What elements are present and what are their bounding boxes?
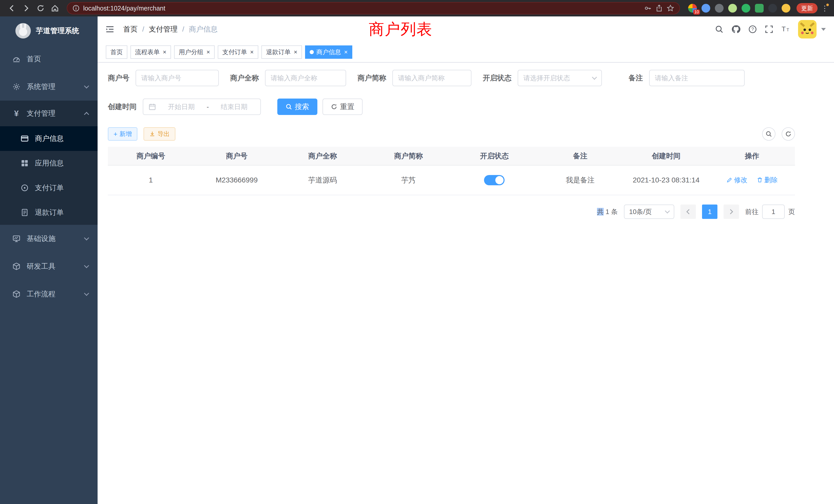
tab-process-form[interactable]: 流程表单 ×	[130, 45, 171, 59]
calendar-icon	[148, 103, 156, 111]
short-name-input[interactable]	[392, 70, 471, 86]
sidebar-group-payment: ¥ 支付管理 商户信息 应用信息	[0, 100, 97, 225]
bookmark-star-icon[interactable]	[666, 4, 674, 12]
page-size-select[interactable]: 10条/页	[624, 205, 674, 219]
column-header: 创建时间	[623, 147, 709, 165]
chevron-right-icon	[728, 209, 733, 214]
avatar-caret-icon[interactable]	[821, 28, 826, 31]
refresh-icon[interactable]	[34, 2, 47, 15]
date-range-picker[interactable]: 开始日期 - 结束日期	[143, 98, 261, 115]
sidebar-item-refund-orders[interactable]: 退款订单	[0, 200, 97, 225]
browser-menu-icon[interactable]: ⋮	[821, 4, 829, 13]
grid-icon	[19, 159, 31, 167]
github-icon[interactable]	[731, 25, 741, 34]
tab-user-group[interactable]: 用户分组 ×	[174, 45, 215, 59]
status-select[interactable]: 请选择开启状态	[518, 70, 602, 86]
tab-refund-orders[interactable]: 退款订单 ×	[261, 45, 302, 59]
sidebar-toggle-icon[interactable]	[105, 24, 115, 35]
status-toggle[interactable]	[484, 175, 505, 185]
sidebar-item-app-info[interactable]: 应用信息	[0, 151, 97, 176]
share-icon[interactable]	[655, 4, 663, 12]
font-size-icon[interactable]: TT	[781, 25, 790, 34]
sidebar-item-home[interactable]: 首页	[0, 45, 97, 73]
reset-button[interactable]: 重置	[323, 98, 363, 115]
cell-create-time: 2021-10-23 08:31:14	[623, 165, 709, 195]
add-button[interactable]: + 新增	[108, 127, 137, 141]
search-button[interactable]: 搜索	[277, 98, 317, 115]
extension-icon[interactable]	[702, 4, 710, 13]
back-icon[interactable]	[5, 2, 19, 15]
app-logo[interactable]: 芋道管理系统	[0, 17, 97, 45]
bank-card-icon	[19, 135, 31, 143]
breadcrumb-home[interactable]: 首页	[123, 24, 138, 34]
filter-create-time: 创建时间 开始日期 - 结束日期	[108, 98, 261, 115]
sidebar-item-dev-tools[interactable]: 研发工具	[0, 253, 97, 280]
column-header: 商户全称	[280, 147, 366, 165]
goto-page-input[interactable]	[762, 205, 785, 219]
close-icon[interactable]: ×	[250, 49, 254, 55]
extension-icon[interactable]	[728, 4, 737, 13]
user-avatar[interactable]	[798, 20, 816, 39]
page-size-value: 10条/页	[629, 207, 652, 216]
column-header: 商户编号	[108, 147, 194, 165]
breadcrumb-payment[interactable]: 支付管理	[149, 24, 178, 34]
home-icon[interactable]	[48, 2, 62, 15]
tags-view: 首页 流程表单 × 用户分组 × 支付订单 × 退款订单 ×	[97, 42, 834, 63]
url-bar[interactable]: localhost:1024/pay/merchant	[67, 2, 680, 14]
sidebar-item-pay-orders[interactable]: 支付订单	[0, 176, 97, 200]
close-icon[interactable]: ×	[163, 49, 167, 55]
search-icon	[765, 131, 772, 137]
sidebar-item-workflow[interactable]: 工作流程	[0, 280, 97, 308]
refresh-table-button[interactable]	[782, 127, 795, 141]
delete-link[interactable]: 删除	[757, 176, 778, 184]
total-count: 1	[606, 208, 609, 215]
sidebar-item-merchant-info[interactable]: 商户信息	[0, 126, 97, 151]
sidebar-item-label: 应用信息	[35, 158, 64, 168]
sidebar-item-label: 基础设施	[27, 234, 56, 244]
edit-link[interactable]: 修改	[726, 176, 747, 184]
prev-page-button[interactable]	[680, 205, 696, 219]
site-info-icon[interactable]	[72, 5, 80, 12]
chevron-down-icon	[84, 263, 89, 268]
tab-merchant-info[interactable]: 商户信息 ×	[305, 45, 352, 59]
range-separator: -	[207, 103, 209, 111]
sidebar-item-system[interactable]: 系统管理	[0, 73, 97, 100]
cell-remark: 我是备注	[537, 165, 623, 195]
filter-merchant-name: 商户全称	[230, 70, 346, 86]
field-label: 商户简称	[357, 73, 386, 83]
password-key-icon[interactable]	[644, 4, 652, 12]
cell-actions: 修改 删除	[709, 165, 795, 195]
filter-short-name: 商户简称	[357, 70, 471, 86]
close-icon[interactable]: ×	[206, 49, 210, 55]
search-icon[interactable]	[715, 25, 724, 33]
document-icon	[19, 208, 31, 216]
close-icon[interactable]: ×	[344, 49, 348, 55]
breadcrumb-current: 商户信息	[189, 24, 218, 34]
url-text[interactable]: localhost:1024/pay/merchant	[83, 5, 640, 12]
next-page-button[interactable]	[724, 205, 739, 219]
browser-update-button[interactable]: 更新	[796, 3, 817, 13]
sidebar-item-payment[interactable]: ¥ 支付管理	[0, 100, 97, 126]
merchant-no-input[interactable]	[136, 70, 219, 86]
tab-pay-orders[interactable]: 支付订单 ×	[218, 45, 258, 59]
extension-icon[interactable]	[782, 4, 790, 13]
page-1-button[interactable]: 1	[702, 205, 718, 219]
box-icon	[10, 290, 23, 298]
merchant-name-input[interactable]	[265, 70, 346, 86]
fullscreen-icon[interactable]	[765, 25, 773, 33]
forward-icon[interactable]	[20, 2, 33, 15]
tab-home[interactable]: 首页	[106, 45, 127, 59]
extension-icon[interactable]	[742, 4, 750, 13]
toggle-search-button[interactable]	[762, 127, 775, 141]
help-icon[interactable]: ?	[748, 25, 757, 33]
extension-icon[interactable]	[755, 4, 764, 13]
goto-label: 前往	[745, 207, 759, 216]
extension-icon[interactable]	[768, 4, 777, 13]
remark-input[interactable]	[649, 70, 745, 86]
export-button[interactable]: 导出	[144, 127, 175, 141]
extension-icon[interactable]: 10	[688, 4, 697, 13]
close-icon[interactable]: ×	[294, 49, 297, 55]
extension-icon[interactable]	[715, 4, 724, 13]
svg-text:T: T	[782, 25, 786, 33]
sidebar-item-infrastructure[interactable]: 基础设施	[0, 225, 97, 253]
